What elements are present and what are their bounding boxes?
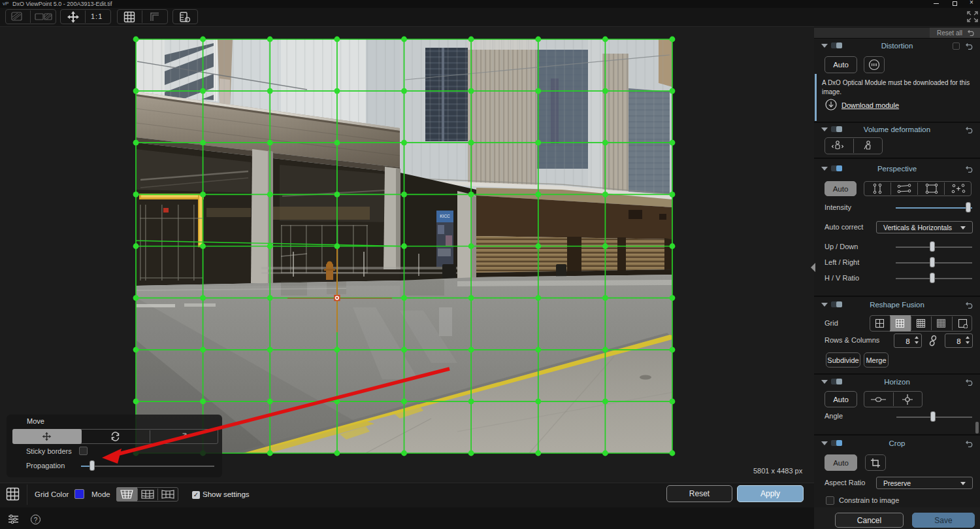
- svg-text:KICC: KICC: [440, 214, 450, 218]
